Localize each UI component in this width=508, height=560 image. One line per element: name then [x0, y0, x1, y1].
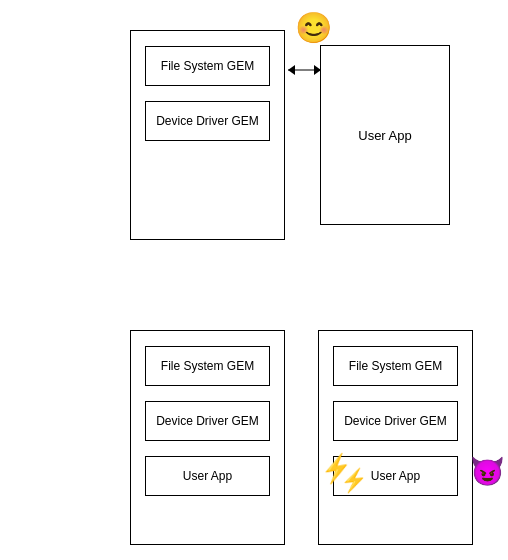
bottom-left-container: File System GEM Device Driver GEM User A…: [130, 330, 285, 545]
top-arrow: [283, 55, 325, 85]
bottom-right-userapp-label: User App: [371, 469, 420, 483]
bottom-right-driver-label: Device Driver GEM: [344, 414, 447, 428]
top-driver-label: Device Driver GEM: [156, 114, 259, 128]
smiley-icon: 😊: [295, 10, 332, 45]
top-filesystem-label: File System GEM: [161, 59, 254, 73]
top-user-app-box: User App: [320, 45, 450, 225]
bottom-left-filesystem-box: File System GEM: [145, 346, 270, 386]
bottom-right-filesystem-box: File System GEM: [333, 346, 458, 386]
bottom-right-driver-box: Device Driver GEM: [333, 401, 458, 441]
top-user-app-label: User App: [358, 128, 411, 143]
bottom-right-filesystem-label: File System GEM: [349, 359, 442, 373]
bottom-left-driver-box: Device Driver GEM: [145, 401, 270, 441]
diagram-area: 😊 File System GEM Device Driver GEM User…: [0, 0, 508, 560]
top-left-container: File System GEM Device Driver GEM: [130, 30, 285, 240]
top-filesystem-box: File System GEM: [145, 46, 270, 86]
bottom-left-userapp-label: User App: [183, 469, 232, 483]
devil-icon: 😈: [470, 455, 505, 488]
svg-marker-1: [288, 65, 295, 75]
bottom-left-driver-label: Device Driver GEM: [156, 414, 259, 428]
lightning-icon-2: ⚡: [339, 467, 368, 495]
bottom-right-container: File System GEM Device Driver GEM User A…: [318, 330, 473, 545]
bottom-left-userapp-box: User App: [145, 456, 270, 496]
bottom-left-filesystem-label: File System GEM: [161, 359, 254, 373]
top-driver-box: Device Driver GEM: [145, 101, 270, 141]
